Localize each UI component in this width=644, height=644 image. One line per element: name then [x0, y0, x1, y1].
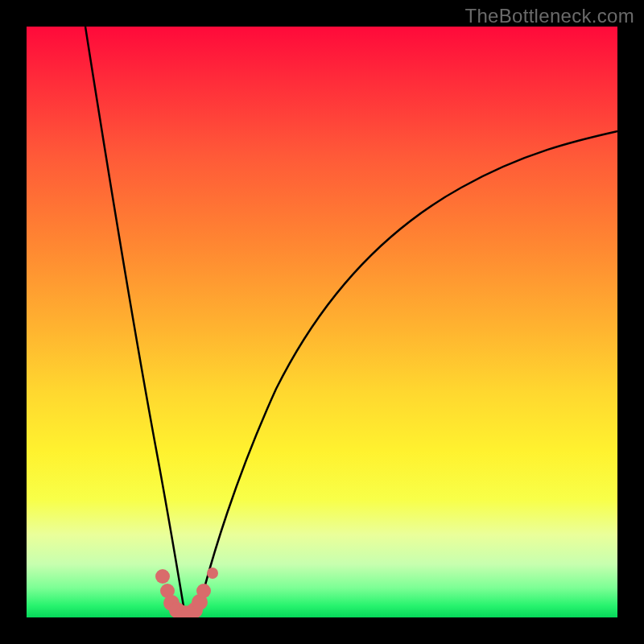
- marker-group: [155, 568, 218, 617]
- curve-right-branch: [200, 131, 617, 606]
- marker-dot: [155, 569, 170, 584]
- marker-dot: [196, 584, 211, 598]
- chart-plot-area: [27, 27, 617, 617]
- watermark-text: TheBottleneck.com: [464, 5, 634, 27]
- chart-frame: TheBottleneck.com: [0, 0, 644, 644]
- marker-dot: [207, 568, 218, 579]
- curve-left-branch: [85, 27, 184, 606]
- chart-svg: [27, 27, 617, 617]
